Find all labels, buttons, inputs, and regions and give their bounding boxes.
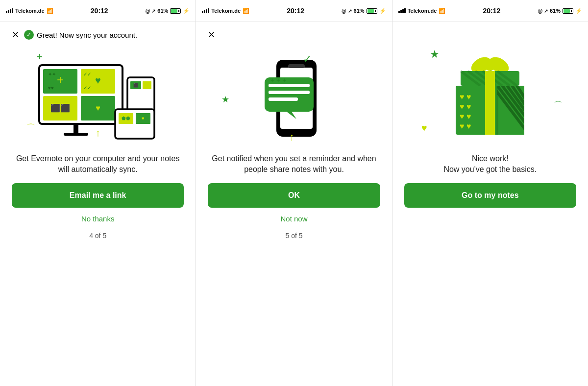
go-to-notes-button[interactable]: Go to my notes — [404, 183, 576, 208]
svg-rect-29 — [269, 84, 310, 87]
header-text-1: ✓ Great! Now sync your account. — [24, 30, 137, 40]
deco-up-arrow-icon: ↑ — [289, 131, 294, 144]
carrier-label: Telekom.de — [211, 8, 241, 14]
signal-icon — [202, 8, 209, 13]
location-icon: @ ↗ — [538, 8, 548, 14]
battery-icon — [367, 8, 377, 14]
carrier-label: Telekom.de — [15, 8, 45, 14]
battery-percent: 61% — [550, 8, 561, 14]
panel-notifications: ✕ ✓ ★ ↑ — [196, 22, 392, 386]
carrier-label: Telekom.de — [408, 8, 437, 14]
svg-text:⬛: ⬛ — [133, 83, 138, 88]
status-bar-1: Telekom.de 📶 20:12 @ ↗ 61% ⚡ — [0, 0, 196, 22]
illustration-notification: ✓ ★ ↑ + + + — [208, 46, 380, 153]
main-panels: ✕ ✓ Great! Now sync your account. + ⌒ ↑ — [0, 22, 588, 386]
wifi-icon: 📶 — [47, 8, 53, 14]
svg-text:+ + +: + + + — [270, 76, 286, 84]
deco-plus-icon: + — [36, 50, 43, 63]
svg-text:✓✓: ✓✓ — [83, 85, 91, 91]
svg-point-35 — [485, 61, 495, 71]
signal-icon — [6, 8, 13, 13]
svg-rect-58 — [485, 86, 495, 135]
svg-rect-2 — [64, 133, 88, 136]
time-label: 20:12 — [483, 7, 500, 15]
svg-text:⬛⬛: ⬛⬛ — [50, 103, 70, 113]
battery-icon — [170, 8, 181, 14]
battery-percent: 61% — [354, 8, 365, 14]
illustration-gift: ★ ♥ ⌒ — [404, 46, 576, 153]
status-bar-row: Telekom.de 📶 20:12 @ ↗ 61% ⚡ Telekom.de … — [0, 0, 588, 22]
deco-heart-icon: ♥ — [421, 122, 427, 134]
svg-text:♥ ♥: ♥ ♥ — [460, 102, 471, 111]
svg-text:♥♥: ♥♥ — [48, 85, 54, 91]
panel-complete: ★ ♥ ⌒ — [392, 22, 588, 386]
svg-text:♥ ♥: ♥ ♥ — [460, 112, 471, 121]
svg-text:✓✓: ✓✓ — [83, 72, 91, 77]
gift-svg: ♥ ♥ ♥ ♥ ♥ ♥ ♥ ♥ — [441, 50, 539, 148]
svg-rect-30 — [269, 91, 310, 94]
ok-button[interactable]: OK — [208, 183, 380, 208]
svg-text:+: + — [57, 73, 64, 86]
panel-2-header: ✕ — [208, 27, 380, 43]
deco-star-icon: ★ — [221, 94, 229, 105]
panel-3-description: Nice work! Now you've got the basics. — [440, 153, 540, 175]
svg-rect-31 — [269, 97, 298, 101]
charging-icon: ⚡ — [379, 8, 386, 14]
illustration-sync: + ⌒ ↑ + ✦✦ ♥♥ ♥ ✓✓ ✓✓ — [12, 46, 184, 153]
svg-text:♥: ♥ — [95, 75, 101, 86]
deco-zigzag-icon: ⌒ — [26, 122, 35, 134]
time-label: 20:12 — [91, 7, 108, 15]
no-thanks-button[interactable]: No thanks — [79, 213, 117, 225]
svg-rect-57 — [496, 86, 498, 135]
charging-icon: ⚡ — [575, 8, 582, 14]
svg-text:✦✦: ✦✦ — [48, 72, 56, 77]
status-bar-3: Telekom.de 📶 20:12 @ ↗ 61% ⚡ — [392, 0, 588, 22]
location-icon: @ ↗ — [146, 8, 156, 14]
status-bar-2: Telekom.de 📶 20:12 @ ↗ 61% ⚡ — [196, 0, 392, 22]
time-label: 20:12 — [287, 7, 304, 15]
progress-1: 4 of 5 — [89, 232, 106, 240]
panel-1-description: Get Evernote on your computer and your n… — [12, 153, 184, 175]
deco-check-icon: ✓ — [303, 53, 312, 66]
progress-2: 5 of 5 — [285, 232, 302, 240]
charging-icon: ⚡ — [183, 8, 190, 14]
svg-text:♥: ♥ — [142, 116, 145, 121]
svg-text:♥ ♥: ♥ ♥ — [460, 122, 471, 130]
svg-rect-1 — [74, 124, 78, 134]
close-button-1[interactable]: ✕ — [12, 30, 19, 39]
deco-zigzag-icon-2: ⌒ — [554, 99, 563, 111]
close-button-2[interactable]: ✕ — [208, 30, 215, 39]
svg-rect-43 — [485, 71, 495, 86]
wifi-icon: 📶 — [439, 8, 445, 14]
battery-icon — [563, 8, 573, 14]
signal-icon — [398, 8, 406, 13]
wifi-icon: 📶 — [243, 8, 249, 14]
panel-sync: ✕ ✓ Great! Now sync your account. + ⌒ ↑ — [0, 22, 196, 386]
deco-star-icon-2: ★ — [430, 48, 440, 61]
deco-arrow-icon: ↑ — [96, 127, 100, 139]
not-now-button[interactable]: Not now — [278, 213, 309, 225]
panel-1-header: ✕ ✓ Great! Now sync your account. — [12, 27, 184, 43]
svg-text:♥ ♥: ♥ ♥ — [460, 93, 471, 101]
panel-2-description: Get notified when you set a reminder and… — [208, 153, 380, 175]
check-circle-icon: ✓ — [24, 30, 34, 40]
location-icon: @ ↗ — [342, 8, 352, 14]
svg-text:♥: ♥ — [96, 104, 100, 112]
svg-rect-18 — [143, 81, 151, 89]
email-link-button[interactable]: Email me a link — [12, 183, 184, 208]
panel-3-header — [404, 27, 576, 43]
battery-percent: 61% — [157, 8, 168, 14]
svg-text:⬟⬟: ⬟⬟ — [122, 116, 130, 121]
